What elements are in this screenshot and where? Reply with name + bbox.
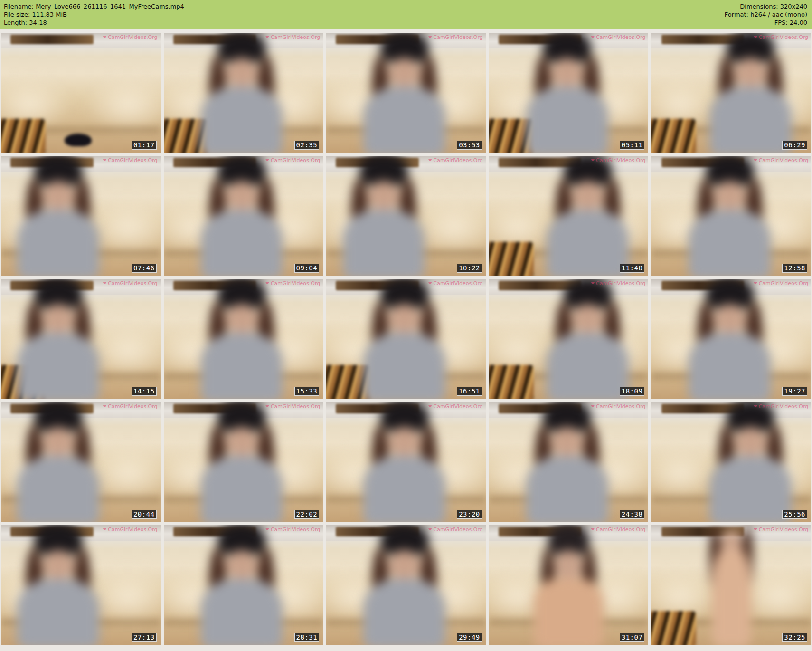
watermark: ❤ CamGirlVideos.Org xyxy=(103,403,158,410)
video-thumbnail: ❤ CamGirlVideos.Org 02:35 xyxy=(164,33,323,153)
face-shape xyxy=(226,304,257,334)
person-silhouette xyxy=(6,527,111,645)
person-silhouette xyxy=(698,35,803,153)
watermark: ❤ CamGirlVideos.Org xyxy=(103,157,158,163)
watermark: ❤ CamGirlVideos.Org xyxy=(428,34,483,40)
watermark: ❤ CamGirlVideos.Org xyxy=(265,157,320,163)
thumbnail-image-placeholder xyxy=(326,33,486,153)
torso-shape xyxy=(712,549,751,645)
heart-icon: ❤ xyxy=(265,281,269,286)
person-silhouette xyxy=(6,158,111,276)
heart-icon: ❤ xyxy=(265,527,269,532)
person-silhouette xyxy=(352,281,457,399)
torso-shape xyxy=(201,333,283,399)
face-shape xyxy=(388,550,420,580)
thumbnail-image-placeholder xyxy=(1,156,161,276)
torso-shape xyxy=(547,210,629,276)
torso-shape xyxy=(709,456,792,522)
torso-shape xyxy=(363,579,445,645)
torso-shape xyxy=(363,333,445,399)
watermark: ❤ CamGirlVideos.Org xyxy=(265,34,320,40)
thumbnail-image-placeholder xyxy=(164,156,323,276)
torso-shape xyxy=(547,333,629,399)
thumbnail-image-placeholder xyxy=(651,33,811,153)
thumbnail-image-placeholder xyxy=(1,402,161,522)
watermark-text: CamGirlVideos.Org xyxy=(271,403,320,410)
watermark-text: CamGirlVideos.Org xyxy=(108,527,157,533)
file-info-right: Dimensions: 320x240 Format: h264 / aac (… xyxy=(725,2,807,29)
person-silhouette xyxy=(535,158,640,276)
thumbnail-image-placeholder xyxy=(1,525,161,645)
face-shape xyxy=(735,58,766,88)
person-silhouette xyxy=(6,281,111,399)
heart-icon: ❤ xyxy=(754,404,757,409)
timestamp-badge: 01:17 xyxy=(132,141,157,150)
couch-cushion xyxy=(84,74,161,134)
watermark: ❤ CamGirlVideos.Org xyxy=(591,527,646,533)
face-shape xyxy=(572,304,604,334)
timestamp-badge: 16:51 xyxy=(457,387,482,396)
video-thumbnail: ❤ CamGirlVideos.Org 20:44 xyxy=(1,402,161,522)
timestamp-badge: 15:33 xyxy=(294,387,320,396)
watermark-text: CamGirlVideos.Org xyxy=(108,34,157,40)
video-thumbnail: ❤ CamGirlVideos.Org 14:15 xyxy=(1,279,161,399)
watermark: ❤ CamGirlVideos.Org xyxy=(428,527,483,533)
watermark: ❤ CamGirlVideos.Org xyxy=(591,34,646,40)
face-shape xyxy=(43,181,74,211)
timestamp-badge: 27:13 xyxy=(132,633,157,642)
timestamp-badge: 25:56 xyxy=(782,510,807,519)
face-shape xyxy=(714,304,746,334)
torso-shape xyxy=(201,210,283,276)
thumbnail-image-placeholder xyxy=(651,156,811,276)
face-shape xyxy=(226,550,257,580)
video-thumbnail: ❤ CamGirlVideos.Org 05:11 xyxy=(489,33,649,153)
face-shape xyxy=(43,427,74,457)
watermark: ❤ CamGirlVideos.Org xyxy=(103,527,158,533)
watermark-text: CamGirlVideos.Org xyxy=(596,527,645,533)
person-silhouette xyxy=(189,404,294,522)
thumbnail-image-placeholder xyxy=(326,156,486,276)
face-shape xyxy=(43,550,74,580)
shelf-shape xyxy=(10,35,94,44)
heart-icon: ❤ xyxy=(265,158,269,163)
video-thumbnail: ❤ CamGirlVideos.Org 31:07 xyxy=(489,525,649,645)
video-thumbnail: ❤ CamGirlVideos.Org 01:17 xyxy=(1,33,161,153)
torso-shape xyxy=(709,86,792,153)
torso-shape xyxy=(526,86,608,153)
watermark: ❤ CamGirlVideos.Org xyxy=(428,280,483,287)
video-thumbnail: ❤ CamGirlVideos.Org 06:29 xyxy=(651,33,811,153)
timestamp-badge: 10:22 xyxy=(457,264,482,273)
person-silhouette xyxy=(514,404,619,522)
filename-line: Filename: Mery_Love666_261116_1641_MyFre… xyxy=(4,2,184,10)
torso-shape xyxy=(534,579,604,645)
thumbnail-image-placeholder xyxy=(489,525,649,645)
blanket-shape xyxy=(651,119,696,153)
thumbnail-image-placeholder xyxy=(489,402,649,522)
face-shape xyxy=(43,304,74,334)
blanket-shape xyxy=(489,365,534,399)
heart-icon: ❤ xyxy=(428,527,432,532)
timestamp-badge: 12:58 xyxy=(782,264,807,273)
timestamp-badge: 05:11 xyxy=(620,141,645,150)
thumbnail-image-placeholder xyxy=(164,402,323,522)
video-thumbnail: ❤ CamGirlVideos.Org 09:04 xyxy=(164,156,323,276)
face-shape xyxy=(388,304,420,334)
watermark: ❤ CamGirlVideos.Org xyxy=(265,527,320,533)
torso-shape xyxy=(201,579,283,645)
watermark-text: CamGirlVideos.Org xyxy=(759,280,808,287)
torso-shape xyxy=(201,456,283,522)
torso-shape xyxy=(363,86,445,153)
watermark-text: CamGirlVideos.Org xyxy=(433,280,482,287)
heart-icon: ❤ xyxy=(103,158,107,163)
watermark: ❤ CamGirlVideos.Org xyxy=(754,34,808,40)
heart-icon: ❤ xyxy=(754,158,757,163)
timestamp-badge: 09:04 xyxy=(294,264,320,273)
video-thumbnail: ❤ CamGirlVideos.Org 23:20 xyxy=(326,402,486,522)
video-thumbnail: ❤ CamGirlVideos.Org 28:31 xyxy=(164,525,323,645)
thumbnail-grid: ❤ CamGirlVideos.Org 01:17 ❤ CamGirlVideo… xyxy=(0,29,812,648)
person-silhouette xyxy=(535,281,640,399)
torso-shape xyxy=(17,333,99,399)
thumbnail-image-placeholder xyxy=(489,33,649,153)
timestamp-badge: 22:02 xyxy=(294,510,320,519)
timestamp-badge: 19:27 xyxy=(782,387,807,396)
